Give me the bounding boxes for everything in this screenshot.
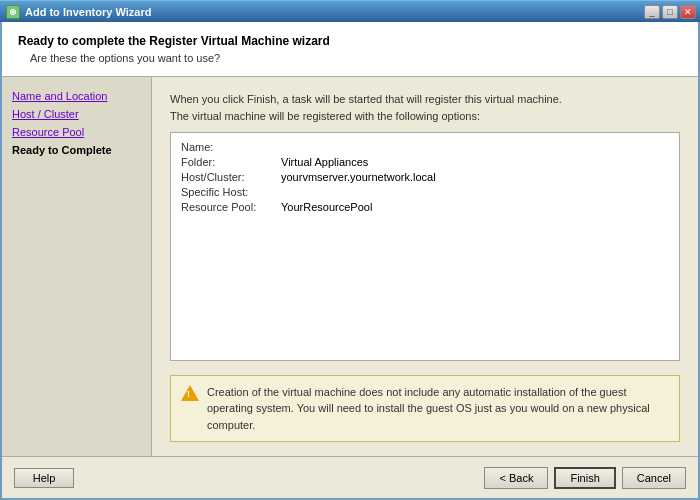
- sidebar-item-name-location[interactable]: Name and Location: [10, 89, 143, 103]
- detail-row-host: Host/Cluster: yourvmserver.yournetwork.l…: [181, 171, 669, 183]
- title-controls: _ □ ✕: [644, 5, 696, 19]
- subtitle-text: The virtual machine will be registered w…: [170, 110, 680, 122]
- help-button[interactable]: Help: [14, 468, 74, 488]
- main-window: Ready to complete the Register Virtual M…: [0, 22, 700, 500]
- window-title: Add to Inventory Wizard: [25, 6, 151, 18]
- sidebar-item-resource-pool[interactable]: Resource Pool: [10, 125, 143, 139]
- detail-label-host: Host/Cluster:: [181, 171, 281, 183]
- minimize-button[interactable]: _: [644, 5, 660, 19]
- header: Ready to complete the Register Virtual M…: [2, 22, 698, 77]
- body: Name and Location Host / Cluster Resourc…: [2, 77, 698, 456]
- header-title: Ready to complete the Register Virtual M…: [18, 34, 682, 48]
- sidebar-link-host-cluster[interactable]: Host / Cluster: [12, 108, 79, 120]
- detail-row-folder: Folder: Virtual Appliances: [181, 156, 669, 168]
- footer-right: < Back Finish Cancel: [484, 467, 686, 489]
- warning-icon: [181, 385, 199, 401]
- sidebar-item-ready: Ready to Complete: [10, 143, 143, 157]
- maximize-button[interactable]: □: [662, 5, 678, 19]
- intro-text: When you click Finish, a task will be st…: [170, 91, 680, 108]
- footer: Help < Back Finish Cancel: [2, 456, 698, 498]
- detail-label-specific-host: Specific Host:: [181, 186, 281, 198]
- sidebar-current-ready: Ready to Complete: [12, 144, 112, 156]
- title-bar-left: ⊕ Add to Inventory Wizard: [6, 5, 151, 19]
- sidebar-item-host-cluster[interactable]: Host / Cluster: [10, 107, 143, 121]
- cancel-button[interactable]: Cancel: [622, 467, 686, 489]
- finish-button[interactable]: Finish: [554, 467, 615, 489]
- detail-label-folder: Folder:: [181, 156, 281, 168]
- close-button[interactable]: ✕: [680, 5, 696, 19]
- sidebar-link-resource-pool[interactable]: Resource Pool: [12, 126, 84, 138]
- warning-text: Creation of the virtual machine does not…: [207, 384, 669, 434]
- header-subtitle: Are these the options you want to use?: [30, 52, 682, 64]
- detail-row-resource-pool: Resource Pool: YourResourcePool: [181, 201, 669, 213]
- wizard-icon: ⊕: [6, 5, 20, 19]
- warning-box: Creation of the virtual machine does not…: [170, 375, 680, 443]
- detail-row-name: Name:: [181, 141, 669, 153]
- back-button[interactable]: < Back: [484, 467, 548, 489]
- content-area: When you click Finish, a task will be st…: [152, 77, 698, 456]
- detail-value-host: yourvmserver.yournetwork.local: [281, 171, 436, 183]
- detail-value-folder: Virtual Appliances: [281, 156, 368, 168]
- sidebar-link-name-location[interactable]: Name and Location: [12, 90, 107, 102]
- footer-left: Help: [14, 468, 74, 488]
- title-bar: ⊕ Add to Inventory Wizard _ □ ✕: [0, 0, 700, 22]
- detail-row-specific-host: Specific Host:: [181, 186, 669, 198]
- detail-label-resource-pool: Resource Pool:: [181, 201, 281, 213]
- details-box: Name: Folder: Virtual Appliances Host/Cl…: [170, 132, 680, 361]
- detail-value-resource-pool: YourResourcePool: [281, 201, 372, 213]
- content-intro: When you click Finish, a task will be st…: [170, 91, 680, 122]
- detail-label-name: Name:: [181, 141, 281, 153]
- sidebar: Name and Location Host / Cluster Resourc…: [2, 77, 152, 456]
